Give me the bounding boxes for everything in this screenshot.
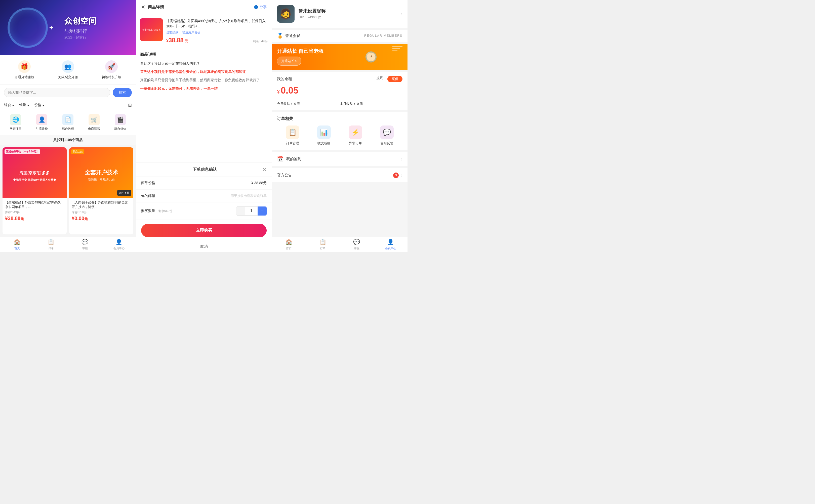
announcement-row[interactable]: 官方公告 3 › (272, 168, 407, 182)
promo-main-text: 开通站长 自己当老板 (277, 48, 324, 55)
filter-comprehensive-label: 综合 (4, 103, 11, 107)
earn-label: 开通分站赚钱 (15, 75, 34, 79)
banner-circle (8, 8, 48, 48)
order-manage[interactable]: 📋 订单管理 (286, 125, 299, 146)
nav-service-label-left: 客服 (82, 246, 88, 250)
filter-comprehensive[interactable]: 综合 ⬧ (4, 103, 14, 107)
categories: 🌐 网赚项目 👤 引流吸粉 📄 综合教程 🛒 电商运营 🎬 新自媒体 (0, 110, 136, 135)
filter-sales-label: 销量 (19, 103, 26, 107)
category-ecommerce[interactable]: 🛒 电商运营 (88, 114, 100, 131)
profile-arrow-icon[interactable]: › (401, 11, 402, 17)
nav-order-left[interactable]: 📋 订单 (34, 237, 68, 252)
order-feedback-icon: 💬 (380, 125, 394, 139)
share-icon: 🔵 (254, 5, 258, 9)
traffic-icon: 👤 (36, 114, 47, 125)
order-qty-row: 购买数量 剩余549份 − 1 + (136, 202, 272, 220)
sort-icon-2: ⬧ (27, 103, 29, 107)
detail-desc-title: 商品说明 (140, 52, 268, 57)
nav-member-right[interactable]: 👤 会员中心 (374, 237, 407, 252)
detail-product-meta: 【高端精品】外面卖499的淘宝/拼夕夕/京东刷单项目，低保日入100+【一对一指… (166, 18, 268, 44)
filter-sales[interactable]: 销量 ⬧ (19, 103, 29, 107)
avatar: 🧔 (277, 5, 295, 23)
member-badge: 🏅 普通会员 REGULAR MEMBERS (272, 30, 407, 42)
service-icon-left: 💬 (81, 239, 88, 245)
category-tutorial[interactable]: 📄 综合教程 (62, 114, 74, 131)
user-uid: UID：24363 ⊡ (299, 15, 397, 20)
search-button[interactable]: 搜索 (113, 88, 132, 97)
wangzhuan-icon: 🌐 (10, 114, 21, 125)
copy-uid-icon[interactable]: ⊡ (318, 15, 321, 20)
grid-view-icon[interactable]: ⊞ (128, 102, 132, 108)
avatar-image: 🧔 (279, 8, 292, 20)
earn-icon: 🎁 (18, 60, 31, 73)
charge-button[interactable]: 充值 (387, 76, 402, 82)
category-wangzhuan[interactable]: 🌐 网赚项目 (10, 114, 22, 131)
nav-service-left[interactable]: 💬 客服 (68, 237, 102, 252)
product-card-2[interactable]: 新品上架 全套开户技术 随便接一单最少几百 APP下载 【人肉骗子必备】外面收费… (69, 147, 133, 234)
member-icon-right: 👤 (387, 239, 394, 245)
detail-category-value: 普通用户售价 (182, 31, 200, 34)
product-stock-2: 库存:318份 (72, 210, 131, 215)
tutorial-label: 综合教程 (62, 127, 74, 131)
member-icon-left: 👤 (115, 239, 122, 245)
quick-action-split[interactable]: 👥 无限裂变分佣 (58, 60, 78, 79)
ecommerce-label: 电商运营 (88, 127, 100, 131)
nav-home-right[interactable]: 🏠 首页 (272, 237, 306, 252)
product-title-1: 【高端精品】外面卖499的淘宝/拼夕夕/京东刷单项目，... (5, 200, 64, 209)
left-panel: 众创空间 与梦想同行 2022一起前行 🎁 开通分站赚钱 👥 无限裂变分佣 🚀 … (0, 0, 136, 252)
order-feedback[interactable]: 💬 售后反馈 (380, 125, 394, 146)
nav-home-left[interactable]: 🏠 首页 (0, 237, 34, 252)
detail-back[interactable]: ✕ 商品详情 (141, 4, 164, 10)
upgrade-label: 初级站长升级 (102, 75, 121, 79)
category-media[interactable]: 🎬 新自媒体 (114, 114, 126, 131)
search-input[interactable] (4, 88, 110, 97)
banner-title: 众创空间 (64, 16, 97, 27)
checkin-text: 我的签到 (286, 157, 301, 161)
user-name: 暂未设置昵称 (299, 8, 397, 14)
home-icon-left: 🏠 (14, 239, 20, 245)
product-card-1[interactable]: 正规任务平台【一单8-10元】 淘宝/京东/拼多多◆无需押金 无需垫付 无需入会… (3, 147, 67, 234)
product-badge-new-2: 新品上架 (71, 149, 84, 154)
order-statement[interactable]: 📊 收支明细 (317, 125, 331, 146)
desc-normal: 真正的刷单只需要你把单子接到手里，然后商家付款，你负责签收好评就行了 (140, 77, 268, 83)
order-email-placeholder: 用于接收卡密和查询订单 (231, 194, 267, 198)
uid-text: UID：24363 (299, 15, 317, 20)
checkin-arrow-icon: › (401, 156, 402, 162)
detail-price-row: ¥38.88 元 剩余:549份 (166, 37, 268, 44)
nav-service-right[interactable]: 💬 客服 (340, 237, 374, 252)
bottom-nav-right: 🏠 首页 📋 订单 💬 客服 👤 会员中心 (272, 237, 407, 252)
user-info: 暂未设置昵称 UID：24363 ⊡ (299, 8, 397, 20)
order-section-title: 订单相关 (277, 116, 402, 121)
announcement-label: 官方公告 (277, 173, 292, 178)
checkin-row[interactable]: 📅 我的签到 › (272, 152, 407, 166)
promo-open-button[interactable]: 开通站长 > (277, 57, 301, 66)
category-traffic[interactable]: 👤 引流吸粉 (36, 114, 48, 131)
order-email-row: 你的邮箱 用于接收卡密和查询订单 (136, 190, 272, 202)
order-section: 订单相关 📋 订单管理 📊 收支明细 ⚡ 异常订单 💬 售后反馈 (272, 112, 407, 150)
order-confirm-close-button[interactable]: ✕ (262, 166, 267, 173)
quick-action-upgrade[interactable]: 🚀 初级站长升级 (102, 60, 121, 79)
quick-action-earn[interactable]: 🎁 开通分站赚钱 (15, 60, 34, 79)
detail-desc-section: 商品说明 看到这个项目大家一定在想骗人的吧？ 首先这个项目是不需要你垫付资金的，… (136, 48, 272, 96)
order-price-row: 商品价格 ¥ 38.88元 (136, 177, 272, 190)
order-price-label: 商品价格 (141, 181, 155, 185)
cancel-button[interactable]: 取消 (136, 241, 272, 252)
detail-title: 商品详情 (148, 5, 164, 10)
product-badge-1: 正规任务平台【一单8-10元】 (5, 149, 40, 154)
withdraw-button[interactable]: 提现 (376, 76, 383, 82)
nav-order-right[interactable]: 📋 订单 (306, 237, 340, 252)
tutorial-icon: 📄 (62, 114, 73, 125)
detail-desc-content: 看到这个项目大家一定在想骗人的吧？ 首先这个项目是不需要你垫付资金的，玩过真正的… (140, 60, 268, 92)
middle-panel: ✕ 商品详情 🔵 分享 淘宝/京东/拼多多 【高端精品】外面卖499的淘宝/拼夕… (136, 0, 272, 252)
user-profile: 🧔 暂未设置昵称 UID：24363 ⊡ › (272, 0, 407, 28)
order-abnormal[interactable]: ⚡ 异常订单 (349, 125, 362, 146)
buy-button[interactable]: 立即购买 (141, 224, 267, 237)
nav-member-left[interactable]: 👤 会员中心 (102, 237, 136, 252)
qty-increase-button[interactable]: + (258, 206, 267, 216)
detail-stock: 剩余:549份 (253, 39, 268, 44)
detail-product-thumbnail: 淘宝/京东/拼多多 (140, 18, 163, 41)
qty-decrease-button[interactable]: − (236, 206, 245, 216)
detail-share[interactable]: 🔵 分享 (254, 5, 267, 9)
filter-price[interactable]: 价格 ⬧ (34, 103, 44, 107)
product-stock-1: 库存:549份 (5, 210, 64, 215)
